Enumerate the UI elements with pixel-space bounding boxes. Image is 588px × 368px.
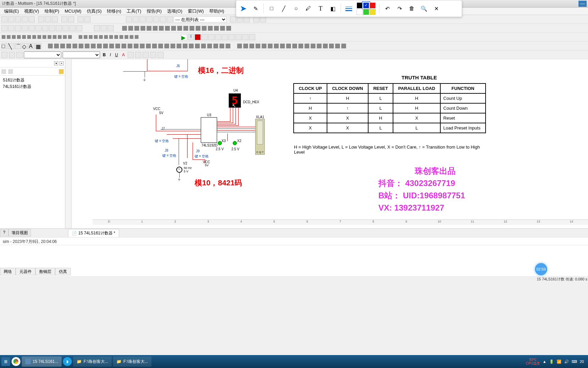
- align-r-icon[interactable]: [143, 52, 149, 58]
- shape-sq[interactable]: [207, 44, 212, 48]
- sim-sq2[interactable]: [89, 35, 93, 39]
- shape-sq[interactable]: [115, 44, 120, 48]
- shape-sq2[interactable]: [262, 44, 266, 48]
- preview-icon[interactable]: [29, 16, 35, 22]
- save-icon[interactable]: [15, 16, 21, 22]
- comp-sq[interactable]: [122, 26, 127, 31]
- comp-j[interactable]: [63, 25, 69, 31]
- shape-sq2[interactable]: [311, 44, 315, 48]
- window-minimize-icon[interactable]: —: [578, 1, 587, 7]
- comp-sq[interactable]: [177, 26, 182, 31]
- sim-sq[interactable]: [58, 35, 62, 39]
- side-tab-project-view[interactable]: 项目视图: [9, 229, 31, 236]
- sim-sq[interactable]: [63, 35, 67, 39]
- comp-sq[interactable]: [147, 26, 151, 31]
- menu-view[interactable]: 视图(V): [21, 8, 42, 14]
- side-tab-a[interactable]: ?: [0, 229, 9, 236]
- font-family-select[interactable]: [24, 51, 61, 58]
- shape-sq[interactable]: [189, 44, 194, 48]
- shape-sq[interactable]: [140, 44, 145, 48]
- comp-a[interactable]: [1, 25, 7, 31]
- sim-sq2[interactable]: [79, 35, 82, 39]
- pause-icon[interactable]: ||: [188, 34, 194, 40]
- shape-sq2[interactable]: [341, 44, 346, 48]
- annotation-toolbar[interactable]: ➤ ✎ □ ╱ ○ 🖊 T ◧ ✓ ↶ ↷ 🗑 🔍 ✕: [236, 0, 462, 17]
- shape-sq[interactable]: [48, 44, 53, 48]
- sim-sq[interactable]: [22, 35, 26, 39]
- align-l-icon[interactable]: [128, 52, 134, 58]
- sim-sq[interactable]: [32, 35, 36, 39]
- close-toolbar-icon[interactable]: ✕: [432, 4, 441, 13]
- shape-sq2[interactable]: [249, 44, 254, 48]
- sim-sq2[interactable]: [125, 35, 128, 39]
- fmt-c[interactable]: [16, 52, 22, 58]
- shape-sq2[interactable]: [329, 44, 334, 48]
- shape-sq[interactable]: [219, 44, 224, 48]
- sim-c[interactable]: [215, 34, 221, 40]
- shape-sq2[interactable]: [335, 44, 340, 48]
- color-yellow[interactable]: [370, 9, 376, 15]
- video-time-bubble[interactable]: 02:59: [535, 263, 547, 275]
- comp-e[interactable]: [29, 25, 35, 31]
- sim-sq[interactable]: [68, 35, 72, 39]
- comp-c[interactable]: [15, 25, 21, 31]
- menu-transfer[interactable]: 转移(n): [104, 8, 124, 14]
- sim-sq2[interactable]: [99, 35, 103, 39]
- shape-sq[interactable]: [66, 44, 71, 48]
- open-icon[interactable]: [8, 16, 14, 22]
- shape-sq[interactable]: [134, 44, 138, 48]
- task-folder-1[interactable]: 📁 F:\珠创客大...: [73, 356, 112, 367]
- comp-sq[interactable]: [141, 26, 145, 31]
- shape-text-icon[interactable]: A: [29, 43, 35, 49]
- shape-sq[interactable]: [128, 44, 132, 48]
- shape-arc-icon[interactable]: ⌒: [15, 43, 21, 49]
- comp-sq[interactable]: [159, 26, 164, 31]
- component-u3[interactable]: [201, 117, 217, 143]
- tb-a[interactable]: [78, 16, 84, 22]
- shape-sq[interactable]: [72, 44, 77, 48]
- tb-h[interactable]: [160, 16, 166, 22]
- undo-tool-icon[interactable]: ↶: [383, 4, 392, 13]
- side-close-icon[interactable]: ×: [60, 61, 64, 65]
- shape-sq[interactable]: [91, 44, 96, 48]
- comp-sq[interactable]: [153, 26, 158, 31]
- tb-g[interactable]: [153, 16, 159, 22]
- tb-e[interactable]: [140, 16, 146, 22]
- comp-o[interactable]: [108, 25, 114, 31]
- component-v2[interactable]: [176, 167, 182, 173]
- comp-b[interactable]: [8, 25, 14, 31]
- tab-nets[interactable]: 网络: [0, 268, 16, 275]
- comp-sq[interactable]: [196, 26, 200, 31]
- sim-g[interactable]: [242, 34, 248, 40]
- menu-tools[interactable]: 工具(T): [124, 8, 144, 14]
- sim-f[interactable]: [235, 34, 242, 40]
- clock[interactable]: 20: [580, 359, 584, 364]
- sim-b[interactable]: [208, 34, 214, 40]
- cpu-temp[interactable]: 93℃ CPU温度: [526, 358, 540, 365]
- tab-copper[interactable]: 敷铜层: [35, 268, 55, 275]
- shape-sq[interactable]: [213, 44, 218, 48]
- comp-k[interactable]: [69, 25, 76, 31]
- tree-item[interactable]: S161计数器: [1, 77, 64, 83]
- menu-reports[interactable]: 报告(R): [144, 8, 164, 14]
- comp-sq[interactable]: [226, 26, 231, 31]
- fmt-a[interactable]: [1, 52, 7, 58]
- keyboard-icon[interactable]: ⌨: [572, 359, 577, 364]
- shape-sq2[interactable]: [292, 44, 297, 48]
- align-c-icon[interactable]: [135, 52, 141, 58]
- side-tool-b-icon[interactable]: [8, 69, 13, 74]
- menu-options[interactable]: 选项(O): [164, 8, 185, 14]
- copy-icon[interactable]: [45, 16, 51, 22]
- shape-sq[interactable]: [195, 44, 200, 48]
- shape-sq[interactable]: [152, 44, 157, 48]
- comp-g[interactable]: [42, 25, 48, 31]
- comp-sq[interactable]: [220, 26, 225, 31]
- tb-l[interactable]: [244, 16, 250, 22]
- design-tree[interactable]: S161计数器 74LS161计数器: [0, 76, 65, 228]
- comp-sq[interactable]: [190, 26, 194, 31]
- shape-sq[interactable]: [103, 44, 108, 48]
- shape-sq[interactable]: [164, 44, 169, 48]
- tab-simulation[interactable]: 仿真: [55, 268, 71, 275]
- shape-sq[interactable]: [170, 44, 175, 48]
- comp-d[interactable]: [22, 25, 28, 31]
